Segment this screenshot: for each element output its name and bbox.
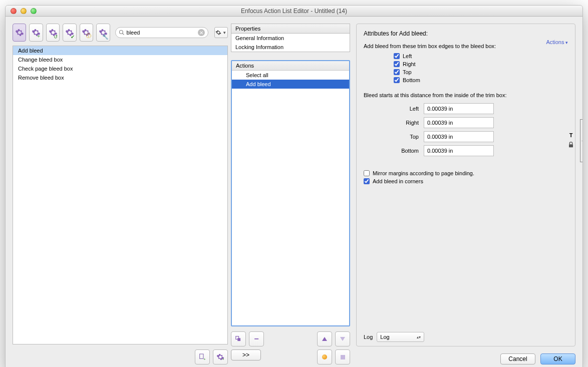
- distance-bottom-label: Bottom: [394, 148, 424, 154]
- record-icon: [322, 354, 327, 359]
- list-item[interactable]: Change bleed box: [13, 55, 227, 64]
- edge-left-checkbox[interactable]: [394, 53, 400, 59]
- distance-right-label: Right: [394, 120, 424, 126]
- corners-checkbox[interactable]: [364, 178, 370, 184]
- category-button-3[interactable]: ↺: [46, 24, 60, 42]
- edges-prompt: Add bleed from these trim box edges to t…: [364, 43, 568, 49]
- bleed-diagram: T ↓ ↑ → ←: [567, 119, 583, 162]
- results-list[interactable]: Add bleed Change bleed box Check page bl…: [13, 46, 228, 344]
- add-to-list-button[interactable]: +: [195, 349, 210, 364]
- actions-panel: Actions Select all Add bleed: [231, 60, 350, 326]
- wrench-badge-icon: 🔧: [102, 34, 108, 40]
- arrow-right-icon: →: [580, 137, 583, 144]
- properties-list[interactable]: General Information Locking Information: [231, 34, 350, 52]
- corners-label: Add bleed in corners: [373, 178, 423, 184]
- distance-bottom-input[interactable]: [424, 145, 494, 156]
- distance-left-label: Left: [394, 106, 424, 112]
- svg-point-0: [119, 31, 123, 34]
- run-button[interactable]: >>: [231, 349, 261, 360]
- actions-link[interactable]: Actions: [546, 39, 568, 45]
- plus-badge-icon: ＋: [36, 33, 41, 40]
- gear-icon: [15, 28, 24, 37]
- remove-action-button[interactable]: −: [249, 331, 264, 346]
- category-button-1[interactable]: [13, 24, 26, 42]
- gear-add-button[interactable]: +: [213, 349, 228, 364]
- actions-header: Actions: [232, 61, 349, 71]
- edge-top-label: Top: [403, 69, 412, 75]
- list-item[interactable]: Remove bleed box: [13, 73, 227, 82]
- category-toolbar: ＋ ↺ ✔ ⓘ 🔧: [13, 24, 228, 42]
- edge-top-checkbox[interactable]: [394, 69, 400, 75]
- duplicate-action-button[interactable]: [231, 331, 246, 346]
- move-down-button[interactable]: [335, 331, 350, 346]
- category-button-4[interactable]: ✔: [63, 24, 76, 42]
- edge-bottom-checkbox[interactable]: [394, 77, 400, 83]
- distance-top-input[interactable]: [424, 131, 494, 142]
- duplicate-icon: [235, 335, 242, 342]
- titlebar: Enfocus Action List Editor - Untitled (1…: [6, 6, 582, 17]
- category-button-6[interactable]: 🔧: [96, 24, 110, 42]
- svg-rect-6: [237, 338, 240, 341]
- properties-item[interactable]: General Information: [231, 34, 350, 43]
- middle-column: Properties General Information Locking I…: [231, 24, 350, 364]
- svg-rect-7: [569, 144, 573, 147]
- cancel-button[interactable]: Cancel: [500, 353, 535, 364]
- close-window-button[interactable]: [11, 8, 17, 14]
- arrow-badge-icon: ↺: [54, 34, 58, 40]
- list-item[interactable]: Check page bleed box: [13, 64, 227, 73]
- attributes-panel: Attributes for Add bleed: Add bleed from…: [356, 24, 575, 346]
- right-column: Attributes for Add bleed: Add bleed from…: [356, 24, 575, 364]
- stop-button[interactable]: [335, 349, 350, 364]
- mirror-checkbox[interactable]: [364, 170, 370, 176]
- properties-header: Properties: [231, 24, 350, 34]
- svg-text:+: +: [203, 357, 206, 361]
- mirror-label: Mirror margins according to page binding…: [373, 170, 474, 176]
- distance-left-input[interactable]: [424, 103, 494, 114]
- triangle-up-icon: [322, 337, 327, 341]
- svg-rect-2: [200, 354, 203, 358]
- edge-right-label: Right: [403, 61, 416, 67]
- action-row[interactable]: Add bleed: [232, 80, 349, 89]
- clear-search-button[interactable]: ✕: [198, 29, 205, 36]
- category-button-5[interactable]: ⓘ: [80, 24, 93, 42]
- minimize-window-button[interactable]: [21, 8, 27, 14]
- document-add-icon: +: [198, 353, 206, 361]
- edge-right-checkbox[interactable]: [394, 61, 400, 67]
- actions-list[interactable]: Select all Add bleed: [232, 71, 349, 325]
- minus-icon: −: [254, 334, 258, 343]
- search-input[interactable]: [127, 30, 196, 36]
- lock-icon[interactable]: [567, 140, 575, 149]
- properties-item[interactable]: Locking Information: [231, 43, 350, 52]
- window-title: Enfocus Action List Editor - Untitled (1…: [6, 8, 582, 15]
- svg-line-1: [122, 34, 124, 35]
- category-button-2[interactable]: ＋: [29, 24, 43, 42]
- log-label: Log: [364, 334, 373, 340]
- triangle-down-icon: [340, 337, 345, 341]
- distance-top-label: Top: [394, 134, 424, 140]
- ok-button[interactable]: OK: [540, 353, 575, 364]
- attributes-title: Attributes for Add bleed:: [364, 30, 568, 37]
- search-options-menu[interactable]: ▼: [214, 27, 228, 38]
- distance-right-input[interactable]: [424, 117, 494, 128]
- log-select[interactable]: Log ▴▾: [377, 332, 424, 342]
- svg-text:+: +: [222, 357, 224, 361]
- gear-add-icon: +: [216, 353, 224, 361]
- editor-window: Enfocus Action List Editor - Untitled (1…: [5, 5, 583, 367]
- chevron-down-icon: ▼: [222, 31, 226, 35]
- edge-left-label: Left: [403, 53, 412, 59]
- list-item[interactable]: Add bleed: [13, 46, 227, 55]
- zoom-window-button[interactable]: [31, 8, 37, 14]
- search-icon: [119, 30, 125, 36]
- move-up-button[interactable]: [317, 331, 332, 346]
- action-row[interactable]: Select all: [232, 71, 349, 80]
- record-button[interactable]: [317, 349, 332, 364]
- edge-bottom-label: Bottom: [403, 77, 420, 83]
- check-badge-icon: ✔: [71, 34, 75, 40]
- search-field[interactable]: ✕: [115, 27, 208, 38]
- gear-icon: [215, 30, 221, 36]
- diagram-label: T: [569, 132, 573, 138]
- stop-icon: [341, 355, 345, 359]
- info-badge-icon: ⓘ: [86, 33, 91, 40]
- log-select-value: Log: [380, 334, 389, 340]
- select-arrows-icon: ▴▾: [417, 335, 421, 339]
